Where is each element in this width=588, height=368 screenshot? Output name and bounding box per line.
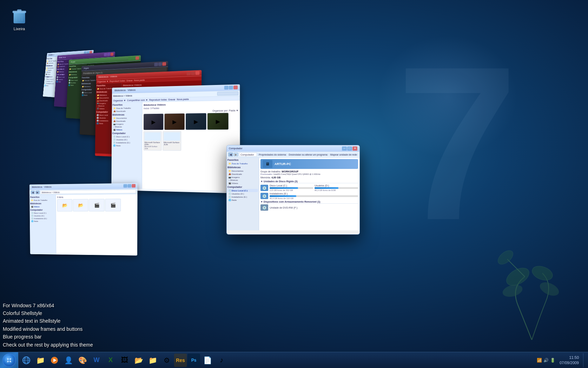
media-taskbar-icon[interactable] <box>48 354 61 367</box>
svg-point-2 <box>530 264 555 283</box>
windows7-logo-watermark: 7 <box>384 42 560 253</box>
folder2-taskbar-icon[interactable]: 📂 <box>132 354 145 367</box>
window-7: Biblioteca · Videos ◀ ▶ Biblioteca > Vid… <box>29 183 138 255</box>
power-tray-icon[interactable]: 🔋 <box>550 358 555 363</box>
taskbar-icons: 📁 👤 🎨 W X 🖼 📂 📁 ⚙ <box>18 354 534 367</box>
paint-taskbar-icon[interactable]: 🎨 <box>76 354 89 367</box>
feature-line-1: For Windows 7 x86/x64 <box>3 302 93 309</box>
computer-properties-window: Computador ─ □ ✕ ◀ ▶ Computador Propried… <box>226 145 360 235</box>
explorer-taskbar-icon[interactable]: 📁 <box>34 354 47 367</box>
recycle-bin-icon[interactable]: Lixeira <box>7 7 32 31</box>
network-tray-icon[interactable]: 📶 <box>537 358 542 363</box>
show-desktop-button[interactable] <box>583 353 585 367</box>
ie-taskbar-icon[interactable] <box>20 354 33 367</box>
svg-point-4 <box>538 280 560 298</box>
system-icons: 📶 🔊 🔋 <box>537 358 555 363</box>
feature-line-6: Check out the rest by applying this them… <box>3 341 93 349</box>
svg-rect-15 <box>7 361 9 362</box>
svg-text:7: 7 <box>396 42 518 253</box>
svg-rect-14 <box>9 358 11 360</box>
svg-rect-8 <box>17 9 21 12</box>
computer-name-text: ARTUR-PC <box>275 162 291 166</box>
music-taskbar-icon[interactable]: ♪ <box>215 354 228 367</box>
feature-line-3: Animated text in Shellstyle <box>3 317 93 325</box>
volume-tray-icon[interactable]: 🔊 <box>543 358 549 363</box>
svg-rect-13 <box>7 358 9 360</box>
feature-line-2: Colorful Shellstyle <box>3 309 93 317</box>
settings-taskbar-icon[interactable]: ⚙ <box>160 354 173 367</box>
feature-line-4: Modified window frames and buttons <box>3 325 93 333</box>
system-tray: 📶 🔊 🔋 11:50 07/09/2009 <box>534 353 588 367</box>
system-clock[interactable]: 11:50 07/09/2009 <box>557 354 581 366</box>
user-taskbar-icon[interactable]: 👤 <box>62 354 75 367</box>
recycle-bin-image <box>11 7 28 25</box>
feature-line-5: Blue progress bar <box>3 333 93 341</box>
folder3-taskbar-icon[interactable]: 📁 <box>146 354 159 367</box>
photo-taskbar-icon[interactable]: 🖼 <box>118 354 131 367</box>
svg-point-5 <box>497 248 515 267</box>
plant-decoration <box>497 235 567 340</box>
window-6: Biblioteca · Videos Biblioteca > Videos … <box>111 84 240 193</box>
pdf-taskbar-icon[interactable]: 📄 <box>201 354 214 367</box>
svg-point-3 <box>502 283 523 298</box>
taskbar: 📁 👤 🎨 W X 🖼 📂 📁 ⚙ <box>0 352 588 368</box>
excel-taskbar-icon[interactable]: X <box>104 354 117 367</box>
clock-date: 07/09/2009 <box>560 360 579 365</box>
recycle-bin-label: Lixeira <box>14 27 25 31</box>
photoshop-taskbar-icon[interactable]: Ps <box>187 354 200 367</box>
start-orb[interactable] <box>2 354 16 367</box>
svg-point-12 <box>6 357 13 364</box>
svg-rect-16 <box>9 361 11 362</box>
clock-time: 11:50 <box>560 355 579 360</box>
start-button[interactable] <box>0 352 18 368</box>
res-taskbar-icon[interactable]: Res <box>174 354 187 367</box>
feature-description-text: For Windows 7 x86/x64 Colorful Shellstyl… <box>3 302 93 349</box>
word-taskbar-icon[interactable]: W <box>90 354 103 367</box>
